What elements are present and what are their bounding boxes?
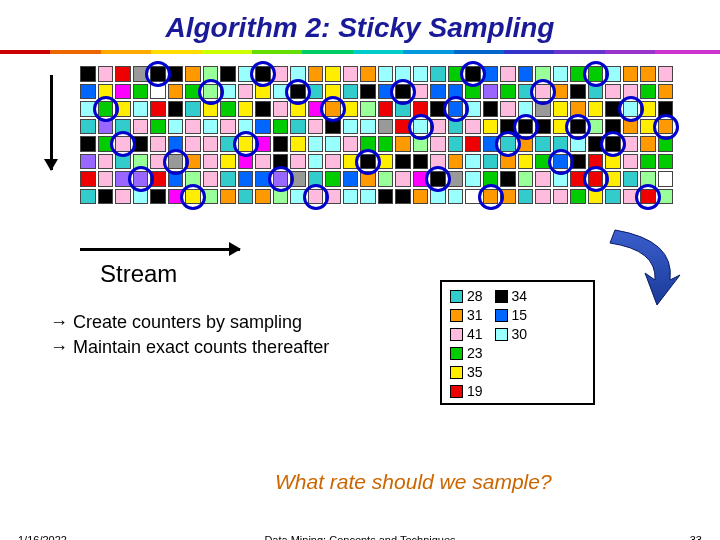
stream-cell (553, 154, 569, 170)
stream-cell (98, 189, 114, 205)
stream-cell (80, 119, 96, 135)
stream-cell (273, 171, 289, 187)
legend-item: 35 (450, 364, 483, 380)
stream-cell (185, 101, 201, 117)
stream-cell (413, 154, 429, 170)
stream-cell (518, 189, 534, 205)
stream-cell (640, 154, 656, 170)
stream-cell (658, 101, 674, 117)
counts-legend: 283141233519 341530 (440, 280, 595, 405)
stream-cell (500, 66, 516, 82)
stream-cell (220, 136, 236, 152)
stream-cell (483, 136, 499, 152)
legend-count: 31 (467, 307, 483, 323)
legend-count: 23 (467, 345, 483, 361)
stream-cell (325, 171, 341, 187)
stream-cell (535, 66, 551, 82)
stream-cell (115, 136, 131, 152)
stream-cell (605, 136, 621, 152)
stream-cell (150, 66, 166, 82)
stream-cell (308, 101, 324, 117)
stream-cell (360, 136, 376, 152)
stream-cell (133, 189, 149, 205)
stream-cell (325, 84, 341, 100)
stream-cell (413, 84, 429, 100)
stream-cell (430, 66, 446, 82)
stream-cell (98, 84, 114, 100)
stream-cell (203, 66, 219, 82)
stream-cell (360, 189, 376, 205)
stream-cell (570, 154, 586, 170)
stream-cell (553, 119, 569, 135)
footer-mid: Data Mining: Concepts and Techniques (264, 534, 455, 540)
stream-cell (325, 66, 341, 82)
stream-cell (413, 136, 429, 152)
stream-cell (518, 154, 534, 170)
stream-cell (535, 136, 551, 152)
stream-cell (588, 119, 604, 135)
curved-arrow-icon (595, 225, 685, 315)
stream-cell (413, 119, 429, 135)
stream-cell (570, 84, 586, 100)
stream-cell (343, 101, 359, 117)
stream-cell (360, 119, 376, 135)
legend-item: 23 (450, 345, 483, 361)
stream-cell (378, 66, 394, 82)
stream-cell (500, 119, 516, 135)
stream-cell (448, 136, 464, 152)
slide-title: Algorithm 2: Sticky Sampling (0, 12, 720, 44)
stream-cell (98, 154, 114, 170)
stream-cell (185, 154, 201, 170)
stream-cell (308, 171, 324, 187)
stream-cell (185, 119, 201, 135)
stream-cell (98, 101, 114, 117)
stream-cell (465, 66, 481, 82)
stream-cell (395, 101, 411, 117)
stream-cell (325, 119, 341, 135)
bullet-2: → Maintain exact counts thereafter (50, 335, 329, 360)
stream-cell (115, 66, 131, 82)
stream-cell (553, 66, 569, 82)
legend-item: 28 (450, 288, 483, 304)
legend-swatch (450, 328, 463, 341)
stream-cell (500, 101, 516, 117)
legend-count: 35 (467, 364, 483, 380)
stream-cell (255, 84, 271, 100)
stream-cell (168, 119, 184, 135)
legend-count: 41 (467, 326, 483, 342)
footer-page: 33 (690, 534, 702, 540)
stream-cell (185, 171, 201, 187)
stream-cell (483, 84, 499, 100)
stream-cell (168, 154, 184, 170)
stream-cell (80, 136, 96, 152)
stream-cell (80, 101, 96, 117)
stream-cell (290, 66, 306, 82)
stream-cell (133, 171, 149, 187)
stream-cell (605, 66, 621, 82)
bullet-1: → Create counters by sampling (50, 310, 329, 335)
stream-cell (395, 136, 411, 152)
stream-cell (483, 154, 499, 170)
stream-cell (98, 66, 114, 82)
stream-cell (273, 189, 289, 205)
stream-cell (360, 66, 376, 82)
stream-cell (150, 119, 166, 135)
stream-cell (343, 66, 359, 82)
stream-cell (325, 136, 341, 152)
stream-cell (535, 84, 551, 100)
stream-cell (623, 154, 639, 170)
stream-cell (640, 189, 656, 205)
stream-cell (273, 154, 289, 170)
stream-cell (168, 171, 184, 187)
stream-cell (203, 189, 219, 205)
stream-cell (360, 101, 376, 117)
footer-date: 1/16/2022 (18, 534, 67, 540)
stream-cell (185, 66, 201, 82)
stream-cell (220, 84, 236, 100)
stream-cell (115, 119, 131, 135)
stream-cell (290, 84, 306, 100)
stream-cell (98, 136, 114, 152)
stream-cell (133, 101, 149, 117)
stream-grid-area (80, 66, 690, 226)
bullet-list: → Create counters by sampling → Maintain… (50, 310, 329, 360)
